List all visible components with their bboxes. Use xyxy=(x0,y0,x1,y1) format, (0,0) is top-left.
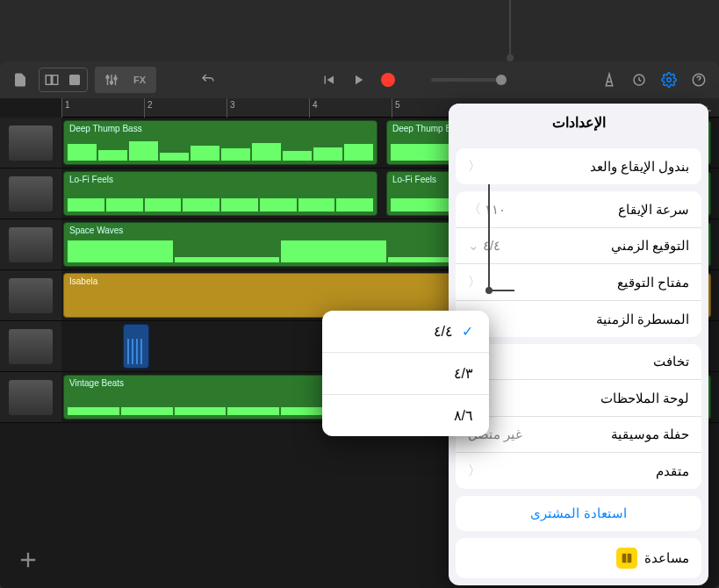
track-header[interactable] xyxy=(0,169,61,219)
settings-row-fadeout[interactable]: تخافت xyxy=(456,344,701,380)
settings-row-metronome[interactable]: بندول الإيقاع والعد 〈 xyxy=(456,148,701,184)
fx-button[interactable]: FX xyxy=(128,68,151,91)
chevron-left-icon: 〈 xyxy=(468,158,481,175)
track-header[interactable] xyxy=(0,321,61,372)
timesig-option[interactable]: ٨/٦ xyxy=(322,395,489,436)
ruler-mark: 2 xyxy=(144,98,155,118)
settings-title: الإعدادات xyxy=(449,104,708,141)
svg-rect-0 xyxy=(46,75,51,85)
svg-point-5 xyxy=(114,77,117,80)
timesig-dropdown: ٤/٤ ✓ ٤/٣ ٨/٦ xyxy=(322,311,489,436)
svg-point-4 xyxy=(111,82,113,84)
midi-region[interactable]: Lo-Fi Feels xyxy=(63,171,377,216)
settings-row-restore[interactable]: استعادة المشترى xyxy=(456,496,701,531)
settings-row-jam-session[interactable]: حفلة موسيقية غير متصل xyxy=(456,417,701,453)
browser-view-icon[interactable] xyxy=(41,70,62,90)
svg-point-3 xyxy=(106,76,109,79)
chevron-left-icon: 〈 xyxy=(468,463,481,479)
svg-point-7 xyxy=(667,78,672,82)
go-to-beginning-button[interactable] xyxy=(317,68,340,91)
loop-browser-icon[interactable] xyxy=(628,68,651,91)
svg-rect-1 xyxy=(53,75,58,85)
book-icon xyxy=(616,548,637,569)
view-toggle[interactable] xyxy=(39,68,88,92)
timesig-option[interactable]: ٤/٤ ✓ xyxy=(322,311,489,353)
midi-region[interactable]: Deep Thump Bass xyxy=(63,120,377,165)
settings-row-tempo[interactable]: سرعة الإيقاع 〈١١٠ xyxy=(456,191,701,228)
checkmark-icon: ✓ xyxy=(462,323,473,340)
settings-row-ruler[interactable]: المسطرة الزمنية 〈 xyxy=(456,301,701,337)
mixer-icon[interactable] xyxy=(100,68,123,91)
track-header[interactable] xyxy=(0,270,61,321)
add-track-button[interactable] xyxy=(16,548,40,572)
chevron-updown-icon: ⌄ xyxy=(468,238,479,254)
undo-button[interactable] xyxy=(197,68,219,91)
settings-row-keysig[interactable]: مفتاح التوقيع 〈 xyxy=(456,264,701,301)
chevron-left-icon: 〈 xyxy=(468,274,481,290)
master-volume-slider[interactable] xyxy=(431,78,501,82)
metronome-icon[interactable] xyxy=(598,68,621,91)
record-button[interactable] xyxy=(377,68,399,91)
track-header[interactable] xyxy=(0,118,61,169)
audio-region[interactable] xyxy=(123,324,149,369)
play-button[interactable] xyxy=(347,68,370,91)
track-header[interactable] xyxy=(0,372,61,423)
chevron-left-icon: 〈 xyxy=(468,201,481,218)
toolbar: FX xyxy=(0,61,719,98)
ruler-mark: 1 xyxy=(61,98,73,118)
track-headers xyxy=(0,118,61,588)
settings-row-help[interactable]: مساعدة xyxy=(456,538,701,578)
ruler-mark: 4 xyxy=(309,98,320,118)
tracks-view-icon[interactable] xyxy=(64,70,85,90)
settings-row-notepad[interactable]: لوحة الملاحظات 〈 xyxy=(456,380,701,417)
timesig-option[interactable]: ٤/٣ xyxy=(322,353,489,395)
ruler-mark: 5 xyxy=(392,98,403,118)
svg-rect-2 xyxy=(69,75,80,85)
settings-row-timesig[interactable]: التوقيع الزمني ⌄٤/٤ xyxy=(456,228,701,264)
settings-button[interactable] xyxy=(658,68,680,91)
ruler-mark: 3 xyxy=(226,98,238,118)
my-songs-button[interactable] xyxy=(9,68,32,91)
track-controls-toggle[interactable]: FX xyxy=(95,67,156,93)
help-icon[interactable] xyxy=(687,68,710,91)
settings-row-advanced[interactable]: متقدم 〈 xyxy=(456,453,701,489)
track-header[interactable] xyxy=(0,219,61,270)
